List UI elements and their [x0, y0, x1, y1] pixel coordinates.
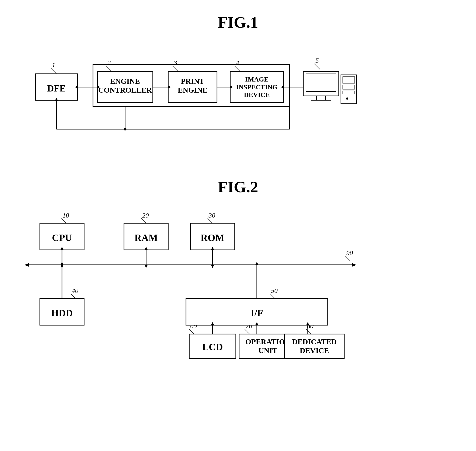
svg-text:DEVICE: DEVICE: [244, 91, 270, 98]
svg-rect-28: [343, 85, 355, 89]
svg-point-30: [346, 97, 348, 100]
svg-text:I/F: I/F: [251, 308, 263, 319]
svg-text:DEDICATED: DEDICATED: [292, 338, 337, 346]
svg-line-53: [345, 256, 350, 261]
svg-line-8: [314, 64, 320, 69]
svg-line-47: [62, 219, 66, 223]
svg-text:OPERATION: OPERATION: [245, 338, 291, 346]
svg-text:40: 40: [72, 287, 78, 294]
svg-text:3: 3: [173, 59, 177, 66]
svg-text:DFE: DFE: [47, 83, 66, 94]
svg-rect-29: [343, 91, 355, 94]
svg-text:CONTROLLER: CONTROLLER: [98, 86, 152, 94]
svg-rect-25: [311, 100, 331, 103]
svg-line-57: [270, 294, 275, 299]
svg-line-63: [306, 329, 311, 334]
svg-line-49: [141, 219, 146, 223]
svg-text:30: 30: [208, 212, 215, 219]
svg-text:5: 5: [315, 57, 319, 64]
svg-text:RAM: RAM: [134, 232, 158, 243]
svg-text:1: 1: [52, 61, 55, 69]
svg-text:10: 10: [62, 212, 69, 219]
svg-text:ROM: ROM: [201, 232, 224, 243]
svg-line-51: [208, 219, 213, 223]
svg-marker-89: [255, 262, 258, 265]
svg-marker-79: [145, 265, 148, 268]
fig2-title: FIG.2: [22, 178, 454, 196]
svg-line-59: [189, 329, 194, 334]
svg-line-2: [106, 66, 112, 72]
svg-text:IMAGE: IMAGE: [245, 75, 269, 83]
svg-text:2: 2: [107, 59, 111, 66]
fig1-title: FIG.1: [22, 13, 454, 32]
fig1-diagram: 1 2 3 4 5 DFE ENGINE CONTROLLER PRINT EN…: [22, 45, 454, 160]
svg-text:ENGINE: ENGINE: [110, 77, 140, 85]
page: FIG.1 1 2 3 4 5 DFE ENGINE CO: [0, 0, 476, 451]
svg-text:CPU: CPU: [52, 232, 72, 243]
svg-line-55: [71, 294, 76, 299]
svg-text:LCD: LCD: [202, 342, 223, 352]
svg-point-46: [124, 128, 126, 131]
svg-text:DEVICE: DEVICE: [300, 346, 329, 355]
svg-text:UNIT: UNIT: [258, 346, 277, 355]
svg-line-61: [245, 329, 249, 334]
fig2-diagram: 10 20 30 90 40 50 60 70 80: [22, 210, 454, 360]
svg-marker-84: [61, 262, 63, 265]
svg-text:4: 4: [236, 59, 239, 66]
svg-marker-73: [352, 263, 356, 267]
svg-rect-23: [306, 74, 336, 92]
svg-line-4: [173, 66, 178, 72]
svg-text:HDD: HDD: [51, 308, 73, 319]
svg-text:50: 50: [271, 287, 278, 294]
svg-text:90: 90: [346, 249, 353, 257]
svg-line-0: [51, 68, 56, 74]
svg-text:ENGINE: ENGINE: [178, 86, 207, 94]
svg-text:20: 20: [142, 212, 149, 219]
svg-line-6: [235, 66, 240, 72]
svg-text:PRINT: PRINT: [181, 77, 204, 85]
svg-text:INSPECTING: INSPECTING: [236, 83, 278, 91]
svg-marker-82: [211, 265, 214, 268]
svg-marker-72: [24, 263, 29, 267]
svg-rect-24: [317, 96, 325, 100]
svg-rect-27: [343, 77, 355, 83]
